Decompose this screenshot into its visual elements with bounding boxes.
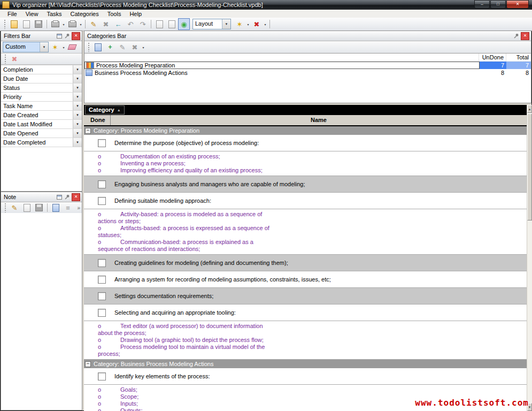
filter-row-date-completed[interactable]: Date Completed▼ (1, 138, 82, 147)
task-checkbox[interactable] (98, 180, 106, 188)
save-note-button[interactable] (33, 202, 45, 214)
new-note-button[interactable] (21, 202, 33, 214)
panel-close-icon[interactable]: ✕ (72, 193, 80, 201)
filter-row-completion[interactable]: Completion▼ (1, 65, 82, 74)
menu-item-categories[interactable]: Categories (66, 10, 103, 18)
task-checkbox[interactable] (98, 259, 106, 267)
new-task-button[interactable] (8, 18, 20, 30)
toolbar-drag-handle[interactable] (4, 203, 6, 212)
undo-button[interactable]: ↶ (125, 18, 136, 30)
add-subcategory-button[interactable]: + (104, 41, 116, 53)
note-list-button[interactable]: ≡ (62, 202, 74, 214)
task-checkbox[interactable] (98, 276, 106, 284)
collapse-group-icon[interactable]: − (85, 128, 91, 134)
panel-close-icon[interactable]: ✕ (521, 32, 529, 40)
dropdown-arrow-icon[interactable]: ▼ (73, 74, 82, 83)
save-button[interactable] (33, 18, 44, 30)
dropdown-arrow-icon[interactable]: ▼ (73, 120, 82, 128)
dropdown-arrow-icon[interactable]: ▼ (73, 138, 82, 147)
group-by-category-button[interactable]: Category ▲ (85, 105, 125, 115)
collapse-group-icon[interactable]: − (85, 361, 91, 367)
dropdown-arrow-icon[interactable]: ▼ (73, 83, 82, 92)
menu-item-tools[interactable]: Tools (103, 10, 126, 18)
redo-button[interactable]: ↷ (137, 18, 149, 30)
toolbar-drag-handle[interactable] (88, 42, 90, 52)
filter-preset-select[interactable]: Custom ▼ (3, 42, 49, 52)
minimize-button[interactable]: – (474, 0, 490, 9)
apply-filter-button[interactable]: ✶ (49, 41, 61, 53)
customize-view-dropdown-icon[interactable]: ▾ (246, 22, 250, 26)
expand-all-button[interactable] (166, 18, 178, 30)
edit-category-button[interactable]: ✎ (117, 41, 128, 53)
toolbar-drag-handle[interactable] (4, 19, 6, 29)
delete-category-dropdown-icon[interactable]: ▾ (141, 45, 145, 49)
dropdown-arrow-icon[interactable]: ▼ (73, 129, 82, 138)
copy-note-button[interactable] (50, 202, 61, 214)
vertical-scrollbar[interactable]: ▲ ▼ (527, 105, 532, 411)
category-row[interactable]: Business Process Modeling Actions88 (84, 69, 531, 77)
menu-item-tasks[interactable]: Tasks (42, 10, 66, 18)
toolbar-drag-handle[interactable] (4, 54, 6, 64)
delete-task-button[interactable]: ✖ (100, 18, 112, 30)
name-column-header[interactable]: Name (111, 115, 527, 125)
scroll-up-icon[interactable]: ▲ (527, 105, 532, 113)
task-checkbox[interactable] (98, 197, 106, 205)
task-row[interactable]: Defining suitable modeling approach: (84, 193, 527, 209)
filter-row-priority[interactable]: Priority▼ (1, 93, 82, 102)
reset-view-dropdown-icon[interactable]: ▾ (263, 22, 267, 26)
dropdown-arrow-icon[interactable]: ▼ (73, 102, 82, 110)
dropdown-arrow-icon[interactable]: ▼ (73, 111, 82, 119)
pin-icon[interactable] (64, 33, 71, 40)
close-button[interactable]: ✕ (506, 0, 529, 9)
menu-item-help[interactable]: Help (125, 10, 146, 18)
filter-row-task-name[interactable]: Task Name▼ (1, 102, 82, 111)
category-row[interactable]: Process Modeling Preparation77 (84, 62, 531, 69)
apply-filter-dropdown-icon[interactable]: ▾ (61, 45, 66, 49)
task-row[interactable]: Selecting and acquiring an appropriate t… (84, 305, 527, 321)
reset-view-button[interactable]: ✖ (251, 18, 263, 30)
filter-row-date-created[interactable]: Date Created▼ (1, 111, 82, 120)
back-button[interactable]: ← (112, 18, 124, 30)
done-column-header[interactable]: Done (84, 115, 111, 125)
maximize-button[interactable]: □ (490, 0, 506, 9)
panel-menu-icon[interactable] (56, 33, 63, 40)
panel-menu-icon[interactable] (56, 194, 63, 201)
task-row[interactable]: Arranging a system for recording of mode… (84, 271, 527, 288)
pin-icon[interactable] (64, 194, 71, 201)
scrollbar-thumb[interactable] (527, 113, 532, 220)
customize-view-button[interactable]: ✶ (234, 18, 245, 30)
dropdown-arrow-icon[interactable]: ▼ (73, 65, 82, 74)
remove-filter-button[interactable]: ✖ (9, 53, 20, 65)
open-file-button[interactable] (20, 18, 32, 30)
edit-task-button[interactable]: ✎ (88, 18, 99, 30)
task-row[interactable]: Identify key elements of the process: (84, 368, 527, 385)
task-group-header[interactable]: −Category: Process Modeling Preparation (84, 126, 527, 135)
panel-close-icon[interactable]: ✕ (72, 32, 80, 40)
task-row[interactable]: Creating guidelines for modeling (defini… (84, 255, 527, 271)
total-column-header[interactable]: Total (506, 54, 531, 61)
note-editor[interactable] (1, 213, 82, 410)
task-checkbox[interactable] (98, 372, 106, 380)
print-dropdown-icon[interactable]: ▾ (61, 22, 66, 26)
print-button[interactable] (49, 18, 61, 30)
edit-note-button[interactable]: ✎ (9, 202, 20, 214)
task-row[interactable]: Engaging business analysts and managers … (84, 176, 527, 193)
menu-item-view[interactable]: View (21, 10, 43, 18)
filter-row-status[interactable]: Status▼ (1, 83, 82, 93)
task-checkbox[interactable] (98, 309, 106, 317)
undone-column-header[interactable]: UnDone (479, 54, 506, 61)
layout-dropdown-icon[interactable]: ▼ (222, 19, 230, 29)
print-preview-button[interactable] (66, 18, 78, 30)
clear-filter-button[interactable] (66, 41, 78, 53)
add-category-button[interactable] (92, 41, 104, 53)
filter-row-due-date[interactable]: Due Date▼ (1, 74, 82, 83)
filter-row-date-last-modified[interactable]: Date Last Modified▼ (1, 120, 82, 129)
dropdown-arrow-icon[interactable]: ▼ (73, 93, 82, 101)
menu-item-file[interactable]: File (3, 10, 21, 18)
task-view-button[interactable]: ◉ (178, 18, 190, 30)
toolbar-overflow-icon[interactable]: » (77, 205, 80, 211)
layout-select[interactable]: Layout ▼ (192, 19, 231, 29)
task-row[interactable]: Determine the purpose (objective) of pro… (84, 135, 527, 151)
task-row[interactable]: Settings documentation requirements; (84, 288, 527, 305)
task-checkbox[interactable] (98, 139, 106, 147)
